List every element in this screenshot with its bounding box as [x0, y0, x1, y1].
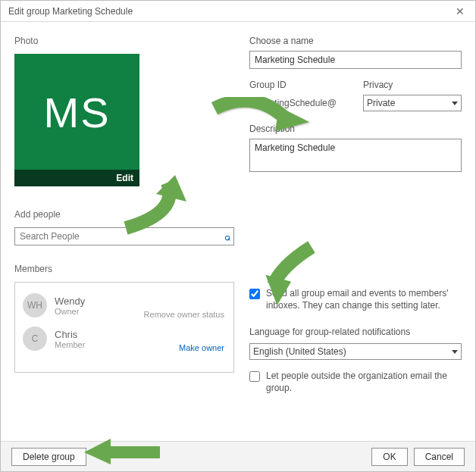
member-row[interactable]: C Chris Member Make owner — [21, 322, 227, 355]
dialog-content: Photo MS Edit Add people ⌕ Members WH We… — [1, 22, 475, 418]
description-input[interactable] — [249, 139, 462, 172]
window-title: Edit group Marketing Schedule — [8, 1, 133, 22]
make-owner-link[interactable]: Make owner — [179, 343, 224, 352]
description-label: Description — [249, 123, 462, 134]
language-label: Language for group-related notifications — [249, 327, 462, 337]
search-people-input-wrap[interactable]: ⌕ — [14, 227, 234, 245]
close-icon[interactable]: ✕ — [453, 1, 468, 22]
group-photo[interactable]: MS Edit — [14, 54, 139, 186]
group-id-label: Group ID — [249, 80, 348, 90]
member-name: Chris — [55, 329, 85, 340]
group-id-value: MarketingSchedule@ — [249, 95, 348, 108]
left-column: Photo MS Edit Add people ⌕ Members WH We… — [14, 36, 234, 409]
group-name-input[interactable] — [249, 51, 462, 69]
name-label: Choose a name — [249, 36, 462, 46]
group-monogram: MS — [44, 88, 111, 137]
outside-text: Let people outside the organization emai… — [266, 370, 462, 394]
members-label: Members — [14, 264, 234, 274]
member-row[interactable]: WH Wendy Owner Remove owner status — [21, 289, 227, 322]
outside-checkbox-row[interactable]: Let people outside the organization emai… — [249, 370, 462, 394]
search-people-input[interactable] — [18, 230, 224, 242]
add-people-label: Add people — [14, 209, 234, 220]
privacy-label: Privacy — [363, 80, 462, 90]
delete-group-button[interactable]: Delete group — [11, 448, 86, 466]
member-role: Owner — [55, 307, 85, 316]
outside-checkbox[interactable] — [249, 371, 260, 382]
members-list: WH Wendy Owner Remove owner status C Chr… — [14, 282, 234, 373]
photo-edit-button[interactable]: Edit — [14, 170, 139, 186]
privacy-value: Private — [367, 98, 395, 108]
avatar: WH — [23, 293, 47, 317]
remove-owner-status-link[interactable]: Remove owner status — [144, 310, 224, 319]
send-all-text: Send all group email and events to membe… — [266, 288, 462, 311]
chevron-down-icon — [452, 350, 458, 354]
member-role: Member — [55, 340, 85, 349]
privacy-select[interactable]: Private — [363, 95, 462, 111]
titlebar: Edit group Marketing Schedule ✕ — [1, 1, 475, 22]
member-name: Wendy — [55, 295, 85, 307]
button-bar: Delete group OK Cancel — [1, 441, 475, 471]
cancel-button[interactable]: Cancel — [414, 448, 465, 466]
add-people-section: Add people ⌕ — [14, 209, 234, 245]
avatar: C — [23, 327, 47, 351]
language-select[interactable]: English (United States) — [249, 343, 462, 360]
search-icon[interactable]: ⌕ — [224, 231, 230, 242]
send-all-checkbox-row[interactable]: Send all group email and events to membe… — [249, 288, 462, 311]
ok-button[interactable]: OK — [371, 448, 407, 466]
chevron-down-icon — [452, 102, 458, 105]
send-all-checkbox[interactable] — [249, 289, 260, 299]
photo-label: Photo — [14, 36, 234, 46]
right-column: Choose a name Group ID MarketingSchedule… — [249, 36, 462, 409]
language-value: English (United States) — [253, 346, 346, 357]
